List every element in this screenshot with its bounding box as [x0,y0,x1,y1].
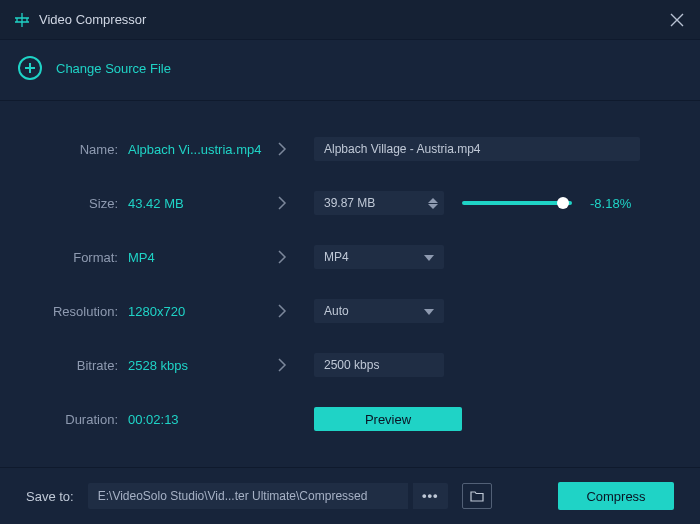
preview-button[interactable]: Preview [314,407,462,431]
row-resolution: Resolution: 1280x720 Auto [26,299,674,323]
save-path-value: E:\VideoSolo Studio\Vid...ter Ultimate\C… [98,489,368,503]
save-path-menu-button[interactable]: ••• [412,483,448,509]
bitrate-input[interactable]: 2500 kbps [314,353,444,377]
size-step-up-icon[interactable] [428,198,438,203]
title-bar: Video Compressor [0,0,700,40]
save-to-label: Save to: [26,489,74,504]
row-duration: Duration: 00:02:13 Preview [26,407,674,431]
label-size: Size: [26,196,128,211]
row-format: Format: MP4 MP4 [26,245,674,269]
size-reduction-percent: -8.18% [590,196,631,211]
size-slider[interactable] [462,201,572,205]
size-step-down-icon[interactable] [428,204,438,209]
source-name: Alpbach Vi...ustria.mp4 [128,142,268,157]
source-duration: 00:02:13 [128,412,268,427]
target-filename-input[interactable]: Alpbach Village - Austria.mp4 [314,137,640,161]
bitrate-value: 2500 kbps [324,358,379,372]
chevron-right-icon [268,250,296,264]
save-path-field[interactable]: E:\VideoSolo Studio\Vid...ter Ultimate\C… [88,483,408,509]
target-size-stepper[interactable]: 39.87 MB [314,191,444,215]
size-slider-thumb[interactable] [557,197,569,209]
change-source-button[interactable] [18,56,42,80]
format-select-value: MP4 [324,250,349,264]
footer: Save to: E:\VideoSolo Studio\Vid...ter U… [0,467,700,524]
target-filename-value: Alpbach Village - Austria.mp4 [324,142,481,156]
target-size-value: 39.87 MB [324,196,375,210]
chevron-right-icon [268,142,296,156]
chevron-down-icon [424,304,434,318]
format-select[interactable]: MP4 [314,245,444,269]
resolution-select[interactable]: Auto [314,299,444,323]
chevron-right-icon [268,196,296,210]
folder-icon [470,490,484,502]
open-folder-button[interactable] [462,483,492,509]
preview-button-label: Preview [365,412,411,427]
chevron-right-icon [268,358,296,372]
window-title: Video Compressor [39,12,146,27]
source-format: MP4 [128,250,268,265]
row-bitrate: Bitrate: 2528 kbps 2500 kbps [26,353,674,377]
label-format: Format: [26,250,128,265]
compress-button[interactable]: Compress [558,482,674,510]
source-size: 43.42 MB [128,196,268,211]
compress-button-label: Compress [586,489,645,504]
label-name: Name: [26,142,128,157]
app-logo-icon [15,13,29,27]
chevron-right-icon [268,304,296,318]
resolution-select-value: Auto [324,304,349,318]
label-bitrate: Bitrate: [26,358,128,373]
change-source-label[interactable]: Change Source File [56,61,171,76]
form: Name: Alpbach Vi...ustria.mp4 Alpbach Vi… [0,101,700,431]
change-source-row: Change Source File [0,40,700,101]
row-name: Name: Alpbach Vi...ustria.mp4 Alpbach Vi… [26,137,674,161]
close-icon[interactable] [669,12,685,28]
label-duration: Duration: [26,412,128,427]
source-resolution: 1280x720 [128,304,268,319]
chevron-down-icon [424,250,434,264]
label-resolution: Resolution: [26,304,128,319]
source-bitrate: 2528 kbps [128,358,268,373]
row-size: Size: 43.42 MB 39.87 MB -8.18% [26,191,674,215]
